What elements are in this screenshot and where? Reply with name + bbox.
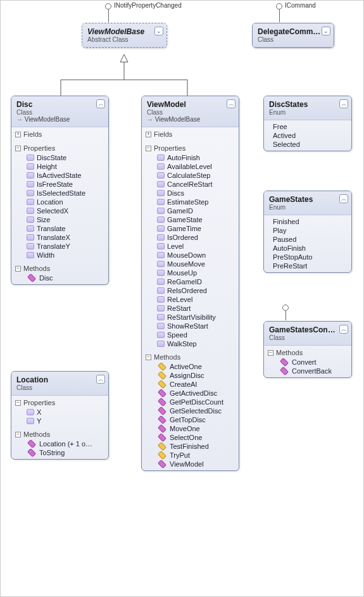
expand-toggle[interactable]: ︿ — [96, 375, 105, 384]
property-item[interactable]: CalculateStep — [157, 171, 235, 180]
property-item[interactable]: DiscState — [27, 153, 104, 162]
enum-value-item[interactable]: Paused — [273, 235, 348, 244]
property-item[interactable]: ReStart — [157, 304, 235, 313]
property-item[interactable]: GameID — [157, 206, 235, 215]
enum-value-item[interactable]: AutoFinish — [273, 244, 348, 253]
property-item[interactable]: MouseDown — [157, 251, 235, 260]
enum-value-item[interactable]: PreStopAuto — [273, 253, 348, 261]
property-item[interactable]: IsOrdered — [157, 233, 235, 242]
enum-value-item[interactable]: Play — [273, 226, 348, 235]
property-item[interactable]: IsFreeState — [27, 180, 104, 189]
method-item[interactable]: SelectOne — [157, 433, 235, 442]
section-methods[interactable]: − Methods — [15, 263, 104, 273]
method-item[interactable]: Location (+ 1 o… — [27, 439, 104, 448]
enum-value-item[interactable]: Selected — [273, 140, 348, 149]
method-item[interactable]: GetTopDisc — [157, 415, 235, 424]
expand-toggle[interactable]: ︿ — [227, 99, 235, 108]
expand-toggle[interactable]: ︿ — [339, 99, 348, 108]
section-fields[interactable]: + Fields — [146, 129, 235, 139]
method-icon — [158, 398, 166, 406]
method-item[interactable]: ConvertBack — [279, 367, 348, 375]
property-item[interactable]: MouseMove — [157, 260, 235, 268]
enum-value-item[interactable]: Actived — [273, 131, 348, 140]
property-item[interactable]: Level — [157, 242, 235, 251]
property-icon — [27, 181, 34, 187]
expand-toggle[interactable]: ︿ — [96, 99, 105, 108]
property-icon — [27, 225, 34, 232]
property-item[interactable]: IsSelectedState — [27, 189, 104, 198]
class-delegatecommand[interactable]: DelegateComm… Class ⌄ — [252, 23, 334, 48]
expand-toggle[interactable]: ⌄ — [322, 27, 330, 35]
enum-value-label: PreReStart — [273, 262, 307, 270]
property-item[interactable]: SelectedX — [27, 206, 104, 215]
class-gamestatesconverter[interactable]: GameStatesCon… Class ︿ − Methods Convert… — [263, 321, 352, 378]
property-item[interactable]: ReLevel — [157, 295, 235, 304]
property-label: GameID — [167, 207, 193, 215]
method-item[interactable]: ToString — [27, 448, 104, 457]
property-label: AvailableLevel — [167, 163, 212, 170]
minus-icon: − — [146, 355, 151, 360]
method-item[interactable]: TestFinished — [157, 442, 235, 451]
class-disc[interactable]: Disc Class ViewModelBase ︿ + Fields − Pr… — [11, 96, 109, 285]
enum-gamestates[interactable]: GameStates Enum ︿ FinishedPlayPausedAuto… — [263, 191, 352, 273]
method-item[interactable]: MoveOne — [157, 424, 235, 433]
method-item[interactable]: AssignDisc — [157, 371, 235, 380]
method-item[interactable]: CreateAI — [157, 380, 235, 389]
method-item[interactable]: GetPetDiscCount — [157, 398, 235, 406]
method-item[interactable]: ViewModel — [157, 460, 235, 468]
property-item[interactable]: Translate — [27, 224, 104, 233]
enum-value-label: AutoFinish — [273, 244, 306, 252]
class-viewmodel[interactable]: ViewModel Class ViewModelBase ︿ + Fields… — [141, 96, 239, 471]
section-methods[interactable]: − Methods — [15, 429, 104, 439]
property-item[interactable]: ReStartVisibility — [157, 313, 235, 322]
section-properties[interactable]: − Properties — [15, 143, 104, 153]
property-label: IsSelectedState — [37, 189, 85, 197]
expand-toggle[interactable]: ︿ — [339, 325, 348, 334]
section-fields[interactable]: + Fields — [15, 129, 104, 139]
method-item[interactable]: TryPut — [157, 451, 235, 460]
section-methods[interactable]: − Methods — [146, 352, 235, 362]
property-item[interactable]: Location — [27, 198, 104, 206]
property-item[interactable]: Speed — [157, 330, 235, 339]
expand-toggle[interactable]: ⌄ — [154, 27, 163, 35]
enum-value-item[interactable]: Finished — [273, 217, 348, 226]
class-header: GameStatesCon… Class ︿ — [264, 322, 351, 346]
property-item[interactable]: AvailableLevel — [157, 162, 235, 171]
property-item[interactable]: WalkStep — [157, 339, 235, 348]
property-item[interactable]: EstimateStep — [157, 198, 235, 206]
property-item[interactable]: Height — [27, 162, 104, 171]
property-item[interactable]: ReIsOrdered — [157, 286, 235, 295]
property-item[interactable]: MouseUp — [157, 268, 235, 277]
property-item[interactable]: GameTime — [157, 224, 235, 233]
expand-toggle[interactable]: ︿ — [339, 194, 348, 203]
section-methods[interactable]: − Methods — [268, 348, 348, 358]
class-location[interactable]: Location Class ︿ − Properties XY − Metho… — [11, 371, 109, 460]
property-item[interactable]: IsActivedState — [27, 171, 104, 180]
property-item[interactable]: Discs — [157, 189, 235, 198]
enum-discstates[interactable]: DiscStates Enum ︿ FreeActivedSelected — [263, 96, 352, 151]
property-item[interactable]: CancelReStart — [157, 180, 235, 189]
enum-value-item[interactable]: PreReStart — [273, 261, 348, 270]
method-item[interactable]: Convert — [279, 358, 348, 367]
property-item[interactable]: Width — [27, 251, 104, 260]
property-item[interactable]: GameState — [157, 215, 235, 224]
class-header: ViewModel Class ViewModelBase ︿ — [142, 96, 239, 127]
property-item[interactable]: ReGameID — [157, 277, 235, 286]
property-item[interactable]: TranslateY — [27, 242, 104, 251]
method-item[interactable]: GetSelectedDisc — [157, 406, 235, 415]
property-icon — [27, 409, 34, 415]
property-item[interactable]: Size — [27, 215, 104, 224]
method-item[interactable]: Disc — [27, 273, 104, 282]
method-item[interactable]: ActiveOne — [157, 362, 235, 371]
property-item[interactable]: AutoFinish — [157, 153, 235, 162]
class-viewmodelbase[interactable]: ViewModelBase Abstract Class ⌄ — [82, 23, 167, 48]
method-item[interactable]: GetActivedDisc — [157, 389, 235, 398]
property-item[interactable]: X — [27, 408, 104, 417]
section-properties[interactable]: − Properties — [15, 398, 104, 408]
property-item[interactable]: ShowReStart — [157, 322, 235, 330]
section-properties[interactable]: − Properties — [146, 143, 235, 153]
enum-value-item[interactable]: Free — [273, 122, 348, 131]
property-item[interactable]: Y — [27, 417, 104, 425]
method-icon — [158, 460, 166, 468]
property-item[interactable]: TranslateX — [27, 233, 104, 242]
